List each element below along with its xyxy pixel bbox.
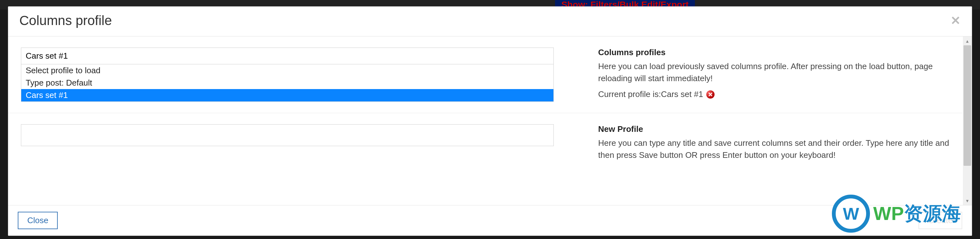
dropdown-option-placeholder[interactable]: Select profile to load bbox=[21, 64, 554, 77]
new-profile-desc: Here you can type any title and save cur… bbox=[598, 137, 950, 161]
new-profile-input[interactable] bbox=[21, 124, 554, 146]
new-profile-info: New Profile Here you can type any title … bbox=[554, 124, 962, 161]
new-profile-section: New Profile Here you can type any title … bbox=[8, 113, 962, 172]
scroll-down-icon[interactable]: ▾ bbox=[963, 196, 972, 205]
close-icon[interactable]: ✕ bbox=[950, 14, 961, 28]
modal-title: Columns profile bbox=[19, 13, 112, 28]
new-profile-heading: New Profile bbox=[598, 124, 950, 134]
modal-body: Select profile to load Type post: Defaul… bbox=[8, 36, 972, 205]
scroll-up-icon[interactable]: ▴ bbox=[963, 36, 972, 45]
load-profile-section: Select profile to load Type post: Defaul… bbox=[8, 36, 962, 113]
delete-profile-icon[interactable] bbox=[706, 90, 714, 98]
load-profile-info: Columns profiles Here you can load previ… bbox=[554, 47, 962, 102]
current-profile-value: Cars set #1 bbox=[661, 89, 703, 99]
dropdown-option[interactable]: Type post: Default bbox=[21, 77, 554, 89]
new-profile-input-area bbox=[21, 124, 554, 161]
profile-select[interactable]: Select profile to load Type post: Defaul… bbox=[21, 47, 554, 102]
dropdown-option[interactable]: Cars set #1 bbox=[21, 89, 554, 101]
profile-select-input[interactable] bbox=[21, 48, 554, 64]
load-profile-input-area: Select profile to load Type post: Defaul… bbox=[21, 47, 554, 102]
profile-dropdown: Select profile to load Type post: Defaul… bbox=[21, 64, 554, 101]
modal-header: Columns profile ✕ bbox=[8, 7, 972, 36]
close-button[interactable]: Close bbox=[18, 212, 58, 229]
scrollbar-thumb[interactable] bbox=[964, 45, 971, 166]
create-button[interactable]: Create bbox=[918, 212, 962, 229]
modal-footer: Close Create bbox=[8, 205, 972, 236]
columns-profile-modal: Columns profile ✕ Select profile to load… bbox=[8, 6, 972, 236]
scrollbar-track[interactable]: ▴ ▾ bbox=[963, 36, 972, 205]
current-profile-label: Current profile is: bbox=[598, 89, 661, 99]
profiles-heading: Columns profiles bbox=[598, 47, 950, 57]
profiles-desc: Here you can load previously saved colum… bbox=[598, 60, 950, 84]
current-profile-line: Current profile is: Cars set #1 bbox=[598, 89, 950, 99]
